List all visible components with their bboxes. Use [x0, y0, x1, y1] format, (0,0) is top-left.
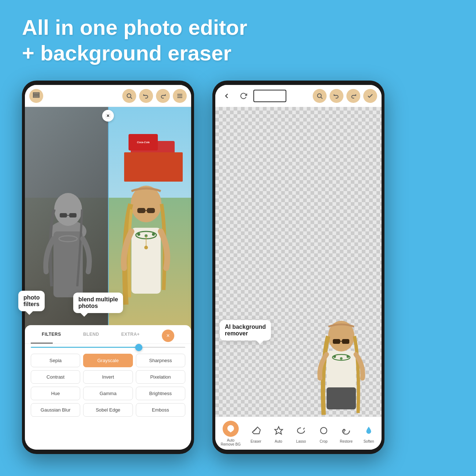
right-zoom-button[interactable] — [313, 89, 327, 103]
soften-icon — [361, 423, 376, 438]
filters-panel: FILTERS BLEND EXTRA+ × Sepia Grayscale S… — [25, 325, 191, 450]
filter-sepia[interactable]: Sepia — [31, 354, 80, 367]
right-undo-button[interactable] — [330, 89, 343, 103]
svg-point-23 — [152, 233, 155, 236]
split-close-button[interactable] — [102, 110, 114, 122]
svg-point-21 — [137, 233, 140, 236]
svg-rect-34 — [342, 339, 349, 344]
undo-button[interactable] — [139, 89, 153, 103]
filter-tabs: FILTERS BLEND EXTRA+ × — [25, 325, 191, 344]
svg-rect-0 — [33, 94, 40, 95]
layers-button[interactable] — [29, 89, 43, 103]
tool-soften[interactable]: Soften — [359, 422, 378, 445]
filter-invert[interactable]: Invert — [83, 370, 133, 384]
tab-extra[interactable]: EXTRA+ — [121, 332, 140, 340]
filter-slider[interactable] — [31, 347, 185, 348]
filter-brightness[interactable]: Brightness — [136, 387, 185, 400]
phone-right-screen: AutoRemove BG Eraser Auto — [215, 85, 382, 450]
svg-point-10 — [54, 193, 82, 226]
right-redo-button[interactable] — [346, 89, 360, 103]
eraser-label: Eraser — [250, 439, 261, 443]
text-input[interactable] — [253, 90, 286, 102]
soften-label: Soften — [364, 439, 374, 443]
svg-line-41 — [253, 428, 257, 432]
eraser-icon — [249, 423, 263, 438]
tab-underline — [31, 343, 53, 343]
auto-icon — [271, 423, 286, 438]
refresh-button[interactable] — [237, 89, 250, 103]
bottom-toolbar: AutoRemove BG Eraser Auto — [215, 417, 382, 450]
filter-slider-row — [25, 344, 191, 351]
phone-right: AutoRemove BG Eraser Auto — [212, 81, 384, 454]
right-toolbar-left — [220, 89, 286, 103]
tool-auto[interactable]: Auto — [269, 422, 288, 445]
filter-sharpness[interactable]: Sharpness — [136, 354, 185, 367]
filter-emboss[interactable]: Emboss — [136, 403, 185, 417]
svg-marker-42 — [275, 427, 283, 434]
right-image-area — [215, 107, 382, 417]
tab-filters[interactable]: FILTERS — [42, 332, 61, 340]
lasso-icon — [294, 423, 308, 438]
svg-rect-12 — [69, 213, 77, 217]
svg-point-16 — [131, 186, 161, 222]
filter-hue[interactable]: Hue — [31, 387, 80, 400]
tool-crop[interactable]: Crop — [314, 422, 333, 445]
filter-gaussian-blur[interactable]: Gaussian Blur — [31, 403, 80, 417]
tooltip-ai-bg: AI background remover — [220, 320, 271, 341]
filter-contrast[interactable]: Contrast — [31, 370, 80, 384]
auto-remove-bg-icon — [223, 421, 239, 437]
header-text: All in one photo editor + background era… — [22, 15, 247, 66]
svg-point-37 — [334, 356, 336, 358]
svg-rect-17 — [137, 208, 145, 213]
slider-thumb[interactable] — [135, 344, 142, 351]
header-line2: + background eraser — [22, 40, 247, 66]
filter-pixelation[interactable]: Pixelation — [136, 370, 185, 384]
restore-icon — [339, 423, 353, 438]
filter-close-button[interactable]: × — [162, 330, 174, 342]
back-button[interactable] — [220, 89, 234, 103]
filter-grayscale[interactable]: Grayscale — [83, 354, 133, 367]
svg-point-39 — [347, 356, 349, 358]
svg-rect-33 — [333, 339, 340, 344]
restore-label: Restore — [340, 439, 353, 443]
auto-remove-bg-label: AutoRemove BG — [221, 438, 241, 446]
header-line1: All in one photo editor — [22, 15, 247, 40]
menu-button[interactable] — [173, 89, 187, 103]
tooltip-filters: photo filters — [18, 291, 45, 311]
tool-restore[interactable]: Restore — [336, 422, 356, 445]
tool-lasso[interactable]: Lasso — [291, 422, 310, 445]
svg-rect-40 — [327, 387, 356, 409]
svg-point-25 — [144, 246, 148, 249]
tool-eraser[interactable]: Eraser — [246, 422, 265, 445]
svg-point-38 — [340, 357, 343, 360]
auto-label: Auto — [275, 439, 282, 443]
right-toolbar-buttons — [313, 89, 377, 103]
svg-line-4 — [130, 97, 132, 98]
left-toolbar — [25, 85, 191, 107]
svg-point-43 — [320, 427, 327, 434]
filter-sobel-edge[interactable]: Sobel Edge — [83, 403, 133, 417]
crop-label: Crop — [320, 439, 328, 443]
tab-blend[interactable]: BLEND — [83, 332, 99, 340]
svg-rect-18 — [147, 208, 155, 213]
toolbar-right-buttons — [122, 89, 187, 103]
redo-button[interactable] — [156, 89, 170, 103]
svg-rect-1 — [33, 96, 40, 97]
filter-grid: Sepia Grayscale Sharpness Contrast Inver… — [25, 351, 191, 420]
tooltip-blend: blend multiple photos — [73, 293, 123, 313]
right-toolbar — [215, 85, 382, 107]
filter-gamma[interactable]: Gamma — [83, 387, 133, 400]
svg-rect-11 — [60, 213, 67, 217]
tool-auto-remove-bg[interactable]: AutoRemove BG — [219, 419, 243, 448]
svg-point-3 — [127, 94, 131, 98]
zoom-button[interactable] — [122, 89, 136, 103]
svg-rect-2 — [33, 92, 40, 93]
lasso-label: Lasso — [296, 439, 306, 443]
crop-icon — [316, 423, 331, 438]
svg-line-30 — [321, 97, 322, 98]
phone-left: Coca-Cola — [22, 81, 194, 454]
svg-point-29 — [317, 94, 321, 98]
phone-left-screen: Coca-Cola — [25, 85, 191, 450]
check-button[interactable] — [363, 89, 377, 103]
